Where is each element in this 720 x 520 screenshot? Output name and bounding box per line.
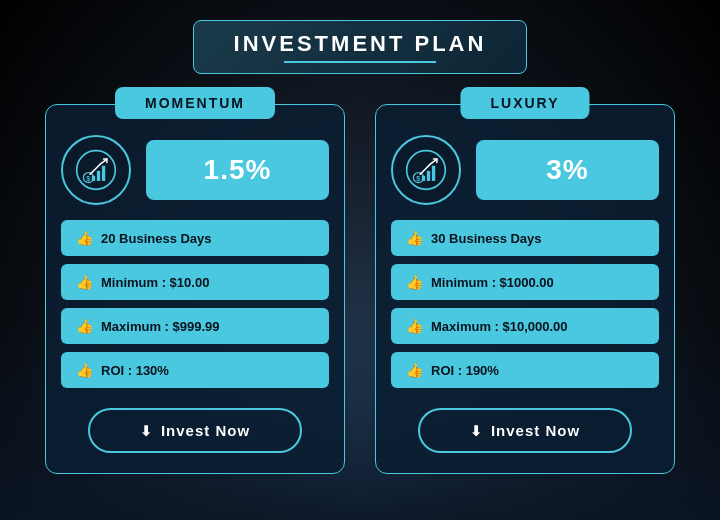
feature-text-momentum-2: Maximum : $999.99 xyxy=(101,319,220,334)
svg-rect-4 xyxy=(97,171,100,181)
feature-item-luxury-1: 👍Minimum : $1000.00 xyxy=(391,264,659,300)
invest-button-luxury[interactable]: ⬇Invest Now xyxy=(418,408,632,453)
plan-card-momentum: MOMENTUM $ 1.5%👍20 Business Days👍Minimum… xyxy=(45,104,345,474)
plan-header-luxury: $ 3% xyxy=(376,105,674,220)
svg-rect-10 xyxy=(427,171,430,181)
feature-icon-momentum-0: 👍 xyxy=(76,230,93,246)
plan-icon-momentum: $ xyxy=(61,135,131,205)
feature-icon-momentum-1: 👍 xyxy=(76,274,93,290)
download-icon-luxury: ⬇ xyxy=(470,423,483,439)
feature-icon-momentum-2: 👍 xyxy=(76,318,93,334)
invest-button-label-momentum: Invest Now xyxy=(161,422,250,439)
feature-text-momentum-0: 20 Business Days xyxy=(101,231,212,246)
feature-icon-luxury-3: 👍 xyxy=(406,362,423,378)
svg-rect-5 xyxy=(102,166,105,181)
feature-text-luxury-2: Maximum : $10,000.00 xyxy=(431,319,568,334)
feature-item-momentum-1: 👍Minimum : $10.00 xyxy=(61,264,329,300)
svg-text:$: $ xyxy=(416,175,420,183)
svg-rect-11 xyxy=(432,166,435,181)
svg-text:$: $ xyxy=(86,175,90,183)
plan-badge-luxury: LUXURY xyxy=(460,87,589,119)
feature-icon-luxury-2: 👍 xyxy=(406,318,423,334)
feature-item-luxury-2: 👍Maximum : $10,000.00 xyxy=(391,308,659,344)
plan-rate-momentum: 1.5% xyxy=(146,140,329,200)
page-title-container: INVESTMENT PLAN xyxy=(193,20,528,74)
plan-icon-luxury: $ xyxy=(391,135,461,205)
feature-text-luxury-3: ROI : 190% xyxy=(431,363,499,378)
feature-icon-luxury-0: 👍 xyxy=(406,230,423,246)
page-title: INVESTMENT PLAN xyxy=(234,31,487,57)
invest-button-label-luxury: Invest Now xyxy=(491,422,580,439)
plans-container: MOMENTUM $ 1.5%👍20 Business Days👍Minimum… xyxy=(25,104,695,474)
feature-text-luxury-1: Minimum : $1000.00 xyxy=(431,275,554,290)
plan-header-momentum: $ 1.5% xyxy=(46,105,344,220)
feature-icon-momentum-3: 👍 xyxy=(76,362,93,378)
svg-point-6 xyxy=(407,151,446,190)
download-icon-momentum: ⬇ xyxy=(140,423,153,439)
feature-item-momentum-3: 👍ROI : 130% xyxy=(61,352,329,388)
plan-features-momentum: 👍20 Business Days👍Minimum : $10.00👍Maxim… xyxy=(46,220,344,388)
plan-rate-luxury: 3% xyxy=(476,140,659,200)
plan-badge-momentum: MOMENTUM xyxy=(115,87,275,119)
feature-item-momentum-0: 👍20 Business Days xyxy=(61,220,329,256)
plan-features-luxury: 👍30 Business Days👍Minimum : $1000.00👍Max… xyxy=(376,220,674,388)
svg-point-0 xyxy=(77,151,116,190)
feature-icon-luxury-1: 👍 xyxy=(406,274,423,290)
feature-item-luxury-3: 👍ROI : 190% xyxy=(391,352,659,388)
plan-card-luxury: LUXURY $ 3%👍30 Business Days👍Minimum : $… xyxy=(375,104,675,474)
invest-button-momentum[interactable]: ⬇Invest Now xyxy=(88,408,302,453)
feature-text-luxury-0: 30 Business Days xyxy=(431,231,542,246)
title-underline xyxy=(284,61,436,63)
svg-rect-3 xyxy=(92,176,95,181)
svg-rect-9 xyxy=(422,176,425,181)
feature-item-luxury-0: 👍30 Business Days xyxy=(391,220,659,256)
feature-text-momentum-3: ROI : 130% xyxy=(101,363,169,378)
feature-item-momentum-2: 👍Maximum : $999.99 xyxy=(61,308,329,344)
feature-text-momentum-1: Minimum : $10.00 xyxy=(101,275,209,290)
